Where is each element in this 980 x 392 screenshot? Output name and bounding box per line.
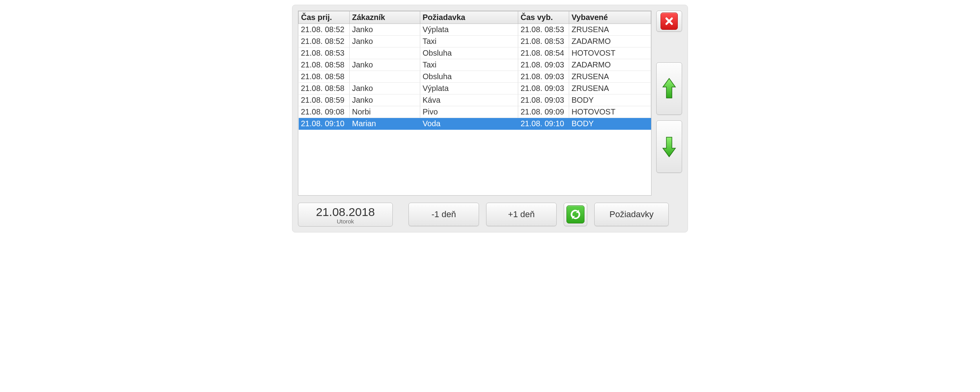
table-cell: 21.08. 08:59 (299, 94, 350, 106)
refresh-button[interactable] (564, 203, 587, 226)
arrow-down-icon (662, 135, 676, 158)
table-cell: ZRUSENA (569, 24, 651, 36)
bottom-row: 21.08.2018 Utorok -1 deň +1 deň Požiadav… (298, 203, 682, 227)
plus-day-label: +1 deň (508, 209, 535, 220)
table-row[interactable]: 21.08. 08:53Obsluha21.08. 08:54HOTOVOST (299, 47, 651, 59)
table-cell: Janko (350, 24, 420, 36)
top-row: Čas prij. Zákazník Požiadavka Čas vyb. V… (298, 11, 682, 196)
table-cell: 21.08. 08:52 (299, 24, 350, 36)
table-cell: Norbi (350, 106, 420, 118)
table-cell (350, 71, 420, 83)
table-cell: 21.08. 08:52 (299, 36, 350, 47)
close-icon (661, 13, 678, 30)
table-cell: Obsluha (420, 71, 518, 83)
table-cell: Výplata (420, 24, 518, 36)
table-cell: Janko (350, 59, 420, 71)
date-value: 21.08.2018 (298, 205, 392, 219)
requests-table: Čas prij. Zákazník Požiadavka Čas vyb. V… (298, 11, 651, 130)
col-header-time-handled[interactable]: Čas vyb. (518, 11, 569, 24)
table-cell: BODY (569, 94, 651, 106)
table-row[interactable]: 21.08. 09:10MarianVoda21.08. 09:10BODY (299, 118, 651, 130)
table-cell: Výplata (420, 83, 518, 94)
table-row[interactable]: 21.08. 08:59JankoKáva21.08. 09:03BODY (299, 94, 651, 106)
table-row[interactable]: 21.08. 08:58JankoVýplata21.08. 09:03ZRUS… (299, 83, 651, 94)
table-cell: 21.08. 08:54 (518, 47, 569, 59)
table-cell: Pivo (420, 106, 518, 118)
table-cell: 21.08. 09:10 (299, 118, 350, 130)
table-cell: 21.08. 08:53 (299, 47, 350, 59)
minus-day-label: -1 deň (432, 209, 456, 220)
table-cell: BODY (569, 118, 651, 130)
minus-day-button[interactable]: -1 deň (408, 203, 479, 226)
date-display[interactable]: 21.08.2018 Utorok (298, 203, 393, 227)
requests-button[interactable]: Požiadavky (594, 203, 669, 226)
table-cell (350, 47, 420, 59)
scroll-up-button[interactable] (656, 62, 682, 115)
table-cell: 21.08. 08:53 (518, 36, 569, 47)
col-header-time-received[interactable]: Čas prij. (299, 11, 350, 24)
table-cell: 21.08. 08:58 (299, 71, 350, 83)
table-cell: ZRUSENA (569, 83, 651, 94)
table-row[interactable]: 21.08. 08:58JankoTaxi21.08. 09:03ZADARMO (299, 59, 651, 71)
main-panel: Čas prij. Zákazník Požiadavka Čas vyb. V… (292, 5, 688, 232)
table-cell: Obsluha (420, 47, 518, 59)
table-cell: Taxi (420, 59, 518, 71)
requests-label: Požiadavky (610, 209, 654, 220)
table-cell: ZADARMO (569, 59, 651, 71)
requests-table-wrap: Čas prij. Zákazník Požiadavka Čas vyb. V… (298, 11, 652, 196)
table-row[interactable]: 21.08. 08:52JankoVýplata21.08. 08:53ZRUS… (299, 24, 651, 36)
table-row[interactable]: 21.08. 08:52JankoTaxi21.08. 08:53ZADARMO (299, 36, 651, 47)
table-cell: 21.08. 09:03 (518, 83, 569, 94)
table-row[interactable]: 21.08. 09:08NorbiPivo21.08. 09:09HOTOVOS… (299, 106, 651, 118)
table-row[interactable]: 21.08. 08:58Obsluha21.08. 09:03ZRUSENA (299, 71, 651, 83)
table-cell: Janko (350, 36, 420, 47)
table-cell: 21.08. 08:53 (518, 24, 569, 36)
col-header-customer[interactable]: Zákazník (350, 11, 420, 24)
close-button[interactable] (656, 11, 682, 32)
col-header-request[interactable]: Požiadavka (420, 11, 518, 24)
side-buttons (656, 11, 682, 196)
table-body: 21.08. 08:52JankoVýplata21.08. 08:53ZRUS… (299, 24, 651, 130)
table-cell: ZADARMO (569, 36, 651, 47)
plus-day-button[interactable]: +1 deň (486, 203, 557, 226)
table-cell: Marian (350, 118, 420, 130)
table-cell: Voda (420, 118, 518, 130)
table-cell: 21.08. 09:03 (518, 71, 569, 83)
table-header-row: Čas prij. Zákazník Požiadavka Čas vyb. V… (299, 11, 651, 24)
col-header-status[interactable]: Vybavené (569, 11, 651, 24)
table-cell: HOTOVOST (569, 47, 651, 59)
date-weekday: Utorok (298, 218, 392, 225)
table-cell: HOTOVOST (569, 106, 651, 118)
table-cell: 21.08. 09:03 (518, 59, 569, 71)
table-cell: 21.08. 09:03 (518, 94, 569, 106)
table-cell: Janko (350, 83, 420, 94)
table-cell: 21.08. 09:10 (518, 118, 569, 130)
table-cell: 21.08. 08:58 (299, 83, 350, 94)
table-cell: ZRUSENA (569, 71, 651, 83)
table-cell: Janko (350, 94, 420, 106)
table-cell: 21.08. 09:08 (299, 106, 350, 118)
table-cell: Káva (420, 94, 518, 106)
scroll-down-button[interactable] (656, 120, 682, 173)
table-cell: 21.08. 09:09 (518, 106, 569, 118)
table-cell: Taxi (420, 36, 518, 47)
arrow-up-icon (662, 77, 676, 100)
table-cell: 21.08. 08:58 (299, 59, 350, 71)
refresh-icon (566, 205, 584, 223)
side-spacer (656, 37, 682, 57)
